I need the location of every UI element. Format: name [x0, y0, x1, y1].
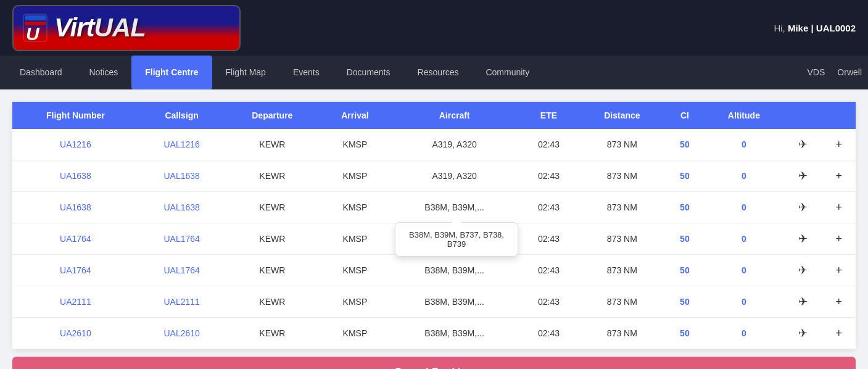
airplane-icon[interactable]: ✈ [798, 170, 808, 182]
cell-callsign[interactable]: UAL1638 [139, 192, 225, 223]
cell-departure: KEWR [225, 318, 320, 349]
cell-altitude: 0 [705, 160, 784, 192]
cell-distance: 873 NM [579, 223, 666, 255]
cell-plus-action[interactable]: + [822, 160, 856, 192]
col-aircraft: Aircraft [391, 102, 519, 129]
header: U VirtUAL Hi, Mike | UAL0002 [0, 0, 868, 56]
nav-item-documents[interactable]: Documents [333, 56, 404, 89]
cell-airplane-action[interactable]: ✈ [783, 192, 822, 223]
cell-ete: 02:43 [518, 255, 579, 286]
nav-item-flight-centre[interactable]: Flight Centre [131, 56, 212, 89]
cancel-booking-button[interactable]: Cancel Booking [12, 357, 856, 369]
airplane-icon[interactable]: ✈ [798, 201, 808, 214]
cell-aircraft: A319, A320 [391, 129, 519, 160]
cell-callsign[interactable]: UAL1764 [139, 223, 225, 255]
cell-callsign[interactable]: UAL2111 [139, 286, 225, 318]
nav-item-resources[interactable]: Resources [404, 56, 473, 89]
cell-departure: KEWR [225, 129, 320, 160]
cell-ete: 02:43 [518, 160, 579, 192]
cell-altitude: 0 [705, 318, 784, 349]
cell-flight-number[interactable]: UA2111 [12, 286, 139, 318]
cell-arrival: KMSP [320, 318, 391, 349]
cell-ete: 02:43 [518, 318, 579, 349]
plus-icon[interactable]: + [836, 327, 843, 339]
cell-departure: KEWR [225, 286, 320, 318]
cell-plus-action[interactable]: + [822, 223, 856, 255]
cell-ci: 50 [665, 223, 704, 255]
cell-airplane-action[interactable]: ✈ [783, 255, 822, 286]
cell-callsign[interactable]: UAL1764 [139, 255, 225, 286]
cell-arrival: KMSP [320, 129, 391, 160]
cell-ci: 50 [665, 318, 704, 349]
cell-ci: 50 [665, 129, 704, 160]
col-action2 [822, 102, 856, 129]
nav-item-events[interactable]: Events [279, 56, 333, 89]
cell-aircraft: B38M, B39M,... [391, 318, 519, 349]
table-row: UA1638 UAL1638 KEWR KMSP B38M, B39M,... … [12, 192, 856, 223]
cell-plus-action[interactable]: + [822, 192, 856, 223]
cell-ete: 02:43 [518, 192, 579, 223]
cell-altitude: 0 [705, 255, 784, 286]
cell-flight-number[interactable]: UA1764 [12, 255, 139, 286]
cell-altitude: 0 [705, 129, 784, 160]
col-altitude: Altitude [705, 102, 784, 129]
cell-callsign[interactable]: UAL1216 [139, 129, 225, 160]
airplane-icon[interactable]: ✈ [798, 138, 808, 151]
cell-plus-action[interactable]: + [822, 286, 856, 318]
cell-flight-number[interactable]: UA1638 [12, 192, 139, 223]
nav-vds[interactable]: VDS [808, 67, 825, 77]
cell-flight-number[interactable]: UA2610 [12, 318, 139, 349]
cell-arrival: KMSP [320, 255, 391, 286]
cell-arrival: KMSP [320, 160, 391, 192]
tooltip-text: B38M, B39M, B737, B738, B739 [409, 230, 504, 249]
airplane-icon[interactable]: ✈ [798, 327, 808, 339]
main-content: Flight Number Callsign Departure Arrival… [0, 89, 868, 369]
nav-item-community[interactable]: Community [472, 56, 543, 89]
cell-departure: KEWR [225, 255, 320, 286]
cell-ci: 50 [665, 192, 704, 223]
cell-altitude: 0 [705, 223, 784, 255]
plus-icon[interactable]: + [836, 264, 843, 276]
col-distance: Distance [579, 102, 666, 129]
cell-distance: 873 NM [579, 192, 666, 223]
navbar: Dashboard Notices Flight Centre Flight M… [0, 56, 868, 89]
airplane-icon[interactable]: ✈ [798, 264, 808, 276]
cell-airplane-action[interactable]: ✈ [783, 223, 822, 255]
cell-flight-number[interactable]: UA1638 [12, 160, 139, 192]
header-user: Hi, Mike | UAL0002 [774, 23, 856, 33]
cell-flight-number[interactable]: UA1764 [12, 223, 139, 255]
plus-icon[interactable]: + [836, 296, 843, 308]
nav-item-notices[interactable]: Notices [76, 56, 132, 89]
table-row: UA2111 UAL2111 KEWR KMSP B38M, B39M,... … [12, 286, 856, 318]
nav-item-dashboard[interactable]: Dashboard [6, 56, 76, 89]
cell-airplane-action[interactable]: ✈ [783, 129, 822, 160]
cell-ci: 50 [665, 160, 704, 192]
cell-callsign[interactable]: UAL2610 [139, 318, 225, 349]
cell-altitude: 0 [705, 192, 784, 223]
cell-ci: 50 [665, 255, 704, 286]
nav-orwell[interactable]: Orwell [837, 67, 862, 77]
airplane-icon[interactable]: ✈ [798, 233, 808, 245]
plus-icon[interactable]: + [836, 138, 843, 151]
aircraft-tooltip: B38M, B39M, B737, B738, B739 [395, 222, 518, 257]
plus-icon[interactable]: + [836, 201, 843, 214]
user-name: Mike | UAL0002 [788, 23, 856, 33]
cell-airplane-action[interactable]: ✈ [783, 318, 822, 349]
cell-flight-number[interactable]: UA1216 [12, 129, 139, 160]
col-ci: CI [665, 102, 704, 129]
cell-callsign[interactable]: UAL1638 [139, 160, 225, 192]
plus-icon[interactable]: + [836, 233, 843, 245]
table-row: UA1216 UAL1216 KEWR KMSP A319, A320 02:4… [12, 129, 856, 160]
col-departure: Departure [225, 102, 320, 129]
cell-departure: KEWR [225, 192, 320, 223]
cell-airplane-action[interactable]: ✈ [783, 160, 822, 192]
airplane-icon[interactable]: ✈ [798, 296, 808, 308]
table-container: Flight Number Callsign Departure Arrival… [12, 102, 856, 349]
nav-item-flight-map[interactable]: Flight Map [212, 56, 279, 89]
cell-plus-action[interactable]: + [822, 255, 856, 286]
cell-airplane-action[interactable]: ✈ [783, 286, 822, 318]
plus-icon[interactable]: + [836, 170, 843, 182]
cell-arrival: KMSP [320, 192, 391, 223]
cell-plus-action[interactable]: + [822, 318, 856, 349]
cell-plus-action[interactable]: + [822, 129, 856, 160]
